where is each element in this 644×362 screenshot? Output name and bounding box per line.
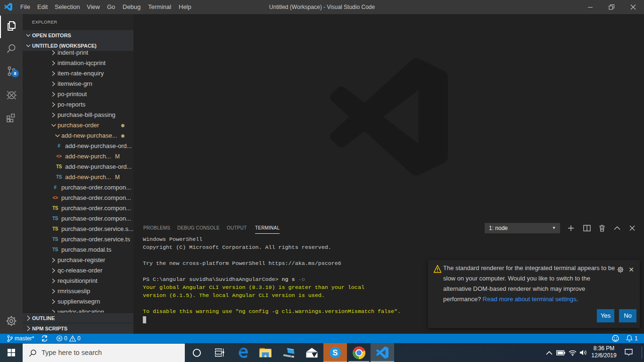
svg-text:S: S: [332, 348, 338, 357]
